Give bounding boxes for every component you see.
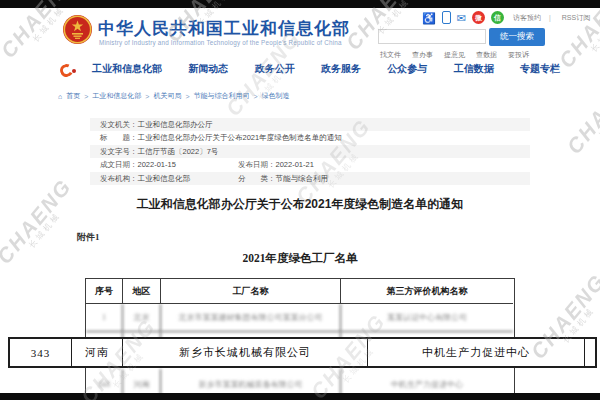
highlight-factory: 新乡市长城机械有限公司 <box>123 339 368 366</box>
visitor-booking-link[interactable]: 访客预约 <box>513 13 541 23</box>
quick-link-services[interactable]: 查办事 <box>412 50 433 60</box>
document-metadata: 发文机关： 工业和信息化部办公厅 标 题： 工业和信息化部办公厅关于公布2021… <box>90 118 530 185</box>
cell-agency: 某某认证中心有限公司 <box>341 304 513 332</box>
breadcrumb-home[interactable]: 首页 <box>66 91 80 101</box>
search-input[interactable] <box>378 29 486 44</box>
nav-item-industry-data[interactable]: 工信数据 <box>454 62 494 76</box>
meta-row-dates: 成文日期： 2022-01-15 发布日期： 2022-01-21 <box>90 158 530 171</box>
meta-label: 标 题： <box>100 131 138 144</box>
meta-label: 发布机构： <box>100 172 138 185</box>
quick-links: 找文件 查办事 提意见 查数据 要投诉 <box>380 50 529 60</box>
site-subtitle-english: Ministry of Industry and Information Tec… <box>99 39 342 46</box>
nav-item-special-topics[interactable]: 专题专栏 <box>520 62 560 76</box>
attachment-label: 附件1 <box>77 231 100 244</box>
cell-serial: 1 <box>86 304 123 332</box>
highlighted-row-callout: 343 河南 新乡市长城机械有限公司 中机生产力促进中心 <box>8 337 597 368</box>
highlight-agency: 中机生产力促进中心 <box>368 339 585 366</box>
unified-search-button[interactable]: 统一搜索 <box>489 28 545 46</box>
weibo-icon[interactable]: 微 <box>472 11 485 24</box>
meta-row-title: 标 题： 工业和信息化部办公厅关于公布2021年度绿色制造名单的通知 <box>90 131 530 144</box>
meta-label: 发文字号： <box>100 145 138 158</box>
meta-value: 工业和信息化部办公厅 <box>138 118 213 131</box>
quick-link-data[interactable]: 查数据 <box>476 50 497 60</box>
quick-link-suggest[interactable]: 提意见 <box>444 50 465 60</box>
factory-list-title: 2021年度绿色工厂名单 <box>90 251 510 266</box>
quick-link-find-docs[interactable]: 找文件 <box>380 50 401 60</box>
meta-label: 分 类： <box>238 172 276 185</box>
breadcrumb-separator: > <box>254 93 258 100</box>
highlight-region: 河南 <box>72 339 123 366</box>
utility-bar: ♿ ✉ 微 信 访客预约 | RSS订阅 <box>422 11 590 24</box>
document-title: 工业和信息化部办公厅关于公布2021年度绿色制造名单的通知 <box>80 196 520 213</box>
meta-row-issuing-office: 发文机关： 工业和信息化部办公厅 <box>90 118 530 131</box>
national-emblem-logo <box>62 14 93 45</box>
nav-item-gov-services[interactable]: 政务服务 <box>321 62 361 76</box>
meta-value: 工业和信息化部办公厅关于公布2021年度绿色制造名单的通知 <box>138 131 342 144</box>
table-header-row: 序号 地区 工厂名称 第三方评价机构名称 <box>86 279 514 304</box>
main-nav: 工业和信息化部 新闻动态 政务公开 政务服务 公众参与 工信数据 专题专栏 <box>92 62 560 76</box>
table-row: 1 北京 北京市某某建材集团有限公司某某分公司 某某认证中心有限公司 <box>86 304 514 332</box>
breadcrumb-separator: > <box>185 93 189 100</box>
meta-value: 工信厅节函〔2022〕7号 <box>138 145 219 158</box>
top-black-bar <box>0 0 600 8</box>
mobile-version-icon[interactable] <box>442 11 451 24</box>
breadcrumb-separator: > <box>84 93 88 100</box>
meta-row-publisher: 发布机构： 工业和信息化部 分 类： 节能与综合利用 <box>90 172 530 185</box>
breadcrumb-separator: > <box>145 93 149 100</box>
meta-value: 节能与综合利用 <box>276 172 329 185</box>
breadcrumb-ministry[interactable]: 工业和信息化部 <box>92 91 141 101</box>
logo-dot-icon <box>72 69 76 73</box>
header-serial: 序号 <box>86 279 123 304</box>
cell-factory: 北京市某某建材集团有限公司某某分公司 <box>161 304 341 332</box>
highlight-serial: 343 <box>10 339 72 366</box>
meta-value: 工业和信息化部 <box>138 172 191 185</box>
meta-label: 成文日期： <box>100 158 138 171</box>
header-factory-name: 工厂名称 <box>161 279 341 304</box>
header-region: 地区 <box>123 279 161 304</box>
meta-row-doc-number: 发文字号： 工信厅节函〔2022〕7号 <box>90 145 530 158</box>
meta-label: 发布日期： <box>238 158 276 171</box>
wechat-icon[interactable]: 信 <box>491 11 504 24</box>
miit-webpage: 中华人民共和国工业和信息化部 Ministry of Industry and … <box>0 0 600 400</box>
breadcrumb-energy-dept[interactable]: 节能与综合利用司 <box>194 91 250 101</box>
nav-item-ministry[interactable]: 工业和信息化部 <box>92 62 162 76</box>
breadcrumb-green-manufacturing[interactable]: 绿色制造 <box>262 91 290 101</box>
site-title: 中华人民共和国工业和信息化部 <box>98 17 350 40</box>
rss-link[interactable]: RSS订阅 <box>562 13 590 23</box>
header-agency-name: 第三方评价机构名称 <box>341 279 513 304</box>
meta-value: 2022-01-21 <box>276 158 314 171</box>
home-icon: ⌂ <box>58 93 62 100</box>
watermark: CHAENG长城机械 <box>564 66 600 163</box>
bottom-black-bar <box>0 393 600 400</box>
meta-value: 2022-01-15 <box>138 158 176 171</box>
accessibility-icon[interactable]: ♿ <box>422 12 436 24</box>
quick-link-complaint[interactable]: 要投诉 <box>508 50 529 60</box>
nav-item-gov-disclosure[interactable]: 政务公开 <box>255 62 295 76</box>
breadcrumb: ⌂ 首页 > 工业和信息化部 > 机关司局 > 节能与综合利用司 > 绿色制造 <box>58 91 290 101</box>
nav-item-public-participation[interactable]: 公众参与 <box>387 62 427 76</box>
highlight-empty-cell <box>585 339 595 366</box>
meta-label: 发文机关： <box>100 118 138 131</box>
utility-divider: | <box>549 14 551 21</box>
cell-region: 北京 <box>123 304 161 332</box>
breadcrumb-departments[interactable]: 机关司局 <box>153 91 181 101</box>
watermark: CHAENG长城机械 <box>0 176 81 273</box>
mail-icon[interactable]: ✉ <box>457 12 466 24</box>
nav-item-news[interactable]: 新闻动态 <box>188 62 228 76</box>
